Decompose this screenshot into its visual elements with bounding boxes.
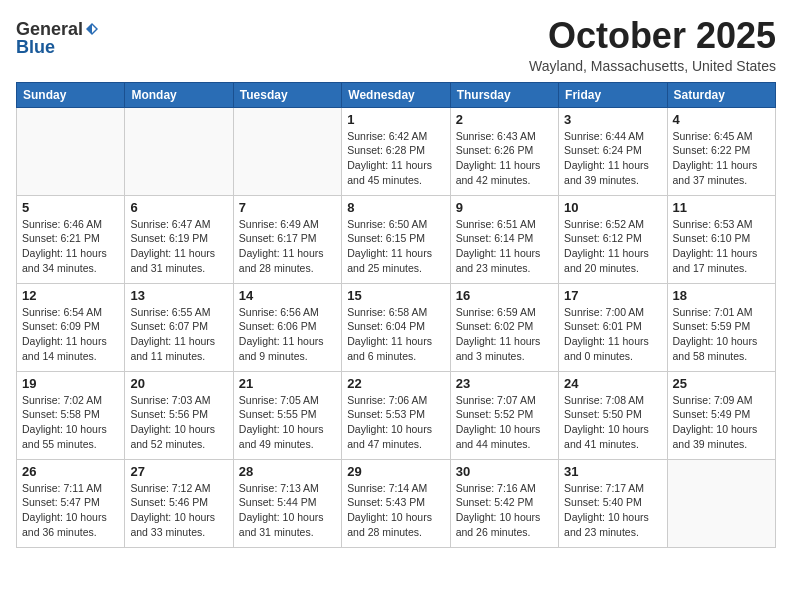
day-number: 24	[564, 376, 661, 391]
col-saturday: Saturday	[667, 82, 775, 107]
col-thursday: Thursday	[450, 82, 558, 107]
day-info: Sunrise: 6:59 AM Sunset: 6:02 PM Dayligh…	[456, 305, 553, 364]
col-friday: Friday	[559, 82, 667, 107]
col-monday: Monday	[125, 82, 233, 107]
day-number: 15	[347, 288, 444, 303]
logo-general-text: General	[16, 20, 83, 38]
day-number: 16	[456, 288, 553, 303]
table-row: 13Sunrise: 6:55 AM Sunset: 6:07 PM Dayli…	[125, 283, 233, 371]
calendar-week-row: 5Sunrise: 6:46 AM Sunset: 6:21 PM Daylig…	[17, 195, 776, 283]
day-number: 10	[564, 200, 661, 215]
table-row: 27Sunrise: 7:12 AM Sunset: 5:46 PM Dayli…	[125, 459, 233, 547]
day-number: 14	[239, 288, 336, 303]
table-row: 11Sunrise: 6:53 AM Sunset: 6:10 PM Dayli…	[667, 195, 775, 283]
table-row: 21Sunrise: 7:05 AM Sunset: 5:55 PM Dayli…	[233, 371, 341, 459]
day-info: Sunrise: 7:13 AM Sunset: 5:44 PM Dayligh…	[239, 481, 336, 540]
day-info: Sunrise: 7:09 AM Sunset: 5:49 PM Dayligh…	[673, 393, 770, 452]
day-info: Sunrise: 6:52 AM Sunset: 6:12 PM Dayligh…	[564, 217, 661, 276]
day-info: Sunrise: 6:46 AM Sunset: 6:21 PM Dayligh…	[22, 217, 119, 276]
day-info: Sunrise: 7:08 AM Sunset: 5:50 PM Dayligh…	[564, 393, 661, 452]
day-number: 13	[130, 288, 227, 303]
day-info: Sunrise: 6:43 AM Sunset: 6:26 PM Dayligh…	[456, 129, 553, 188]
table-row: 1Sunrise: 6:42 AM Sunset: 6:28 PM Daylig…	[342, 107, 450, 195]
table-row: 7Sunrise: 6:49 AM Sunset: 6:17 PM Daylig…	[233, 195, 341, 283]
table-row: 28Sunrise: 7:13 AM Sunset: 5:44 PM Dayli…	[233, 459, 341, 547]
table-row: 31Sunrise: 7:17 AM Sunset: 5:40 PM Dayli…	[559, 459, 667, 547]
logo: General Blue	[16, 16, 99, 56]
day-info: Sunrise: 7:11 AM Sunset: 5:47 PM Dayligh…	[22, 481, 119, 540]
table-row	[233, 107, 341, 195]
table-row: 3Sunrise: 6:44 AM Sunset: 6:24 PM Daylig…	[559, 107, 667, 195]
table-row: 29Sunrise: 7:14 AM Sunset: 5:43 PM Dayli…	[342, 459, 450, 547]
table-row: 2Sunrise: 6:43 AM Sunset: 6:26 PM Daylig…	[450, 107, 558, 195]
table-row: 6Sunrise: 6:47 AM Sunset: 6:19 PM Daylig…	[125, 195, 233, 283]
day-number: 30	[456, 464, 553, 479]
day-info: Sunrise: 6:53 AM Sunset: 6:10 PM Dayligh…	[673, 217, 770, 276]
col-sunday: Sunday	[17, 82, 125, 107]
day-info: Sunrise: 7:07 AM Sunset: 5:52 PM Dayligh…	[456, 393, 553, 452]
day-number: 29	[347, 464, 444, 479]
calendar-header-row: Sunday Monday Tuesday Wednesday Thursday…	[17, 82, 776, 107]
day-number: 1	[347, 112, 444, 127]
day-info: Sunrise: 6:44 AM Sunset: 6:24 PM Dayligh…	[564, 129, 661, 188]
day-number: 31	[564, 464, 661, 479]
day-info: Sunrise: 6:49 AM Sunset: 6:17 PM Dayligh…	[239, 217, 336, 276]
day-info: Sunrise: 7:17 AM Sunset: 5:40 PM Dayligh…	[564, 481, 661, 540]
table-row: 5Sunrise: 6:46 AM Sunset: 6:21 PM Daylig…	[17, 195, 125, 283]
table-row: 24Sunrise: 7:08 AM Sunset: 5:50 PM Dayli…	[559, 371, 667, 459]
month-title: October 2025	[529, 16, 776, 56]
calendar-week-row: 12Sunrise: 6:54 AM Sunset: 6:09 PM Dayli…	[17, 283, 776, 371]
day-info: Sunrise: 6:58 AM Sunset: 6:04 PM Dayligh…	[347, 305, 444, 364]
day-info: Sunrise: 6:55 AM Sunset: 6:07 PM Dayligh…	[130, 305, 227, 364]
logo-blue-text: Blue	[16, 38, 55, 56]
day-number: 28	[239, 464, 336, 479]
day-number: 26	[22, 464, 119, 479]
calendar-week-row: 26Sunrise: 7:11 AM Sunset: 5:47 PM Dayli…	[17, 459, 776, 547]
day-info: Sunrise: 6:56 AM Sunset: 6:06 PM Dayligh…	[239, 305, 336, 364]
day-info: Sunrise: 7:14 AM Sunset: 5:43 PM Dayligh…	[347, 481, 444, 540]
day-info: Sunrise: 7:05 AM Sunset: 5:55 PM Dayligh…	[239, 393, 336, 452]
day-number: 23	[456, 376, 553, 391]
table-row: 25Sunrise: 7:09 AM Sunset: 5:49 PM Dayli…	[667, 371, 775, 459]
day-number: 18	[673, 288, 770, 303]
table-row: 22Sunrise: 7:06 AM Sunset: 5:53 PM Dayli…	[342, 371, 450, 459]
page-header: General Blue October 2025 Wayland, Massa…	[16, 16, 776, 74]
day-number: 25	[673, 376, 770, 391]
table-row: 19Sunrise: 7:02 AM Sunset: 5:58 PM Dayli…	[17, 371, 125, 459]
location: Wayland, Massachusetts, United States	[529, 58, 776, 74]
table-row: 10Sunrise: 6:52 AM Sunset: 6:12 PM Dayli…	[559, 195, 667, 283]
table-row: 9Sunrise: 6:51 AM Sunset: 6:14 PM Daylig…	[450, 195, 558, 283]
day-number: 19	[22, 376, 119, 391]
table-row	[125, 107, 233, 195]
col-wednesday: Wednesday	[342, 82, 450, 107]
table-row: 15Sunrise: 6:58 AM Sunset: 6:04 PM Dayli…	[342, 283, 450, 371]
title-block: October 2025 Wayland, Massachusetts, Uni…	[529, 16, 776, 74]
table-row: 14Sunrise: 6:56 AM Sunset: 6:06 PM Dayli…	[233, 283, 341, 371]
calendar-week-row: 19Sunrise: 7:02 AM Sunset: 5:58 PM Dayli…	[17, 371, 776, 459]
table-row: 20Sunrise: 7:03 AM Sunset: 5:56 PM Dayli…	[125, 371, 233, 459]
day-info: Sunrise: 7:06 AM Sunset: 5:53 PM Dayligh…	[347, 393, 444, 452]
day-info: Sunrise: 6:50 AM Sunset: 6:15 PM Dayligh…	[347, 217, 444, 276]
table-row: 16Sunrise: 6:59 AM Sunset: 6:02 PM Dayli…	[450, 283, 558, 371]
day-info: Sunrise: 7:01 AM Sunset: 5:59 PM Dayligh…	[673, 305, 770, 364]
logo-icon	[85, 22, 99, 36]
calendar-week-row: 1Sunrise: 6:42 AM Sunset: 6:28 PM Daylig…	[17, 107, 776, 195]
day-number: 8	[347, 200, 444, 215]
day-info: Sunrise: 6:51 AM Sunset: 6:14 PM Dayligh…	[456, 217, 553, 276]
day-info: Sunrise: 6:45 AM Sunset: 6:22 PM Dayligh…	[673, 129, 770, 188]
day-number: 20	[130, 376, 227, 391]
table-row: 17Sunrise: 7:00 AM Sunset: 6:01 PM Dayli…	[559, 283, 667, 371]
day-number: 9	[456, 200, 553, 215]
day-number: 5	[22, 200, 119, 215]
day-info: Sunrise: 6:54 AM Sunset: 6:09 PM Dayligh…	[22, 305, 119, 364]
table-row: 26Sunrise: 7:11 AM Sunset: 5:47 PM Dayli…	[17, 459, 125, 547]
table-row: 4Sunrise: 6:45 AM Sunset: 6:22 PM Daylig…	[667, 107, 775, 195]
day-number: 17	[564, 288, 661, 303]
day-info: Sunrise: 6:42 AM Sunset: 6:28 PM Dayligh…	[347, 129, 444, 188]
day-number: 4	[673, 112, 770, 127]
day-number: 12	[22, 288, 119, 303]
day-info: Sunrise: 7:16 AM Sunset: 5:42 PM Dayligh…	[456, 481, 553, 540]
day-info: Sunrise: 7:03 AM Sunset: 5:56 PM Dayligh…	[130, 393, 227, 452]
day-info: Sunrise: 7:12 AM Sunset: 5:46 PM Dayligh…	[130, 481, 227, 540]
day-number: 7	[239, 200, 336, 215]
